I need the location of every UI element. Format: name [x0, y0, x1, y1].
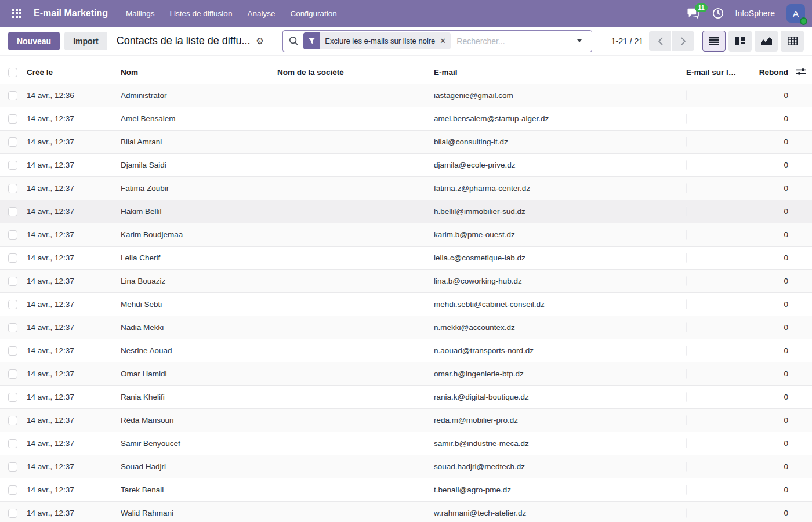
user-menu[interactable]: A — [786, 4, 805, 23]
row-checkbox[interactable] — [8, 91, 17, 100]
row-checkbox[interactable] — [8, 184, 17, 193]
filter-facet[interactable]: Exclure les e-mails sur liste noire ✕ — [303, 32, 451, 49]
contact-row[interactable]: 14 avr., 12:36 Administrator iastagenie@… — [0, 84, 812, 107]
row-checkbox[interactable] — [8, 253, 17, 263]
contact-row[interactable]: 14 avr., 12:37 Walid Rahmani w.rahmani@t… — [0, 502, 812, 522]
list-view: Créé le Nom Nom de la société E-mail E-m… — [0, 56, 812, 522]
optional-columns-button[interactable] — [794, 66, 809, 79]
column-header-bounce[interactable]: Rebond — [744, 68, 791, 77]
row-checkbox[interactable] — [8, 393, 17, 402]
remove-filter-button[interactable]: ✕ — [440, 37, 451, 45]
app-name[interactable]: E-mail Marketing — [34, 8, 108, 19]
column-header-blacklist[interactable]: E-mail sur list... — [686, 68, 744, 77]
blacklist-checkbox[interactable] — [686, 392, 687, 402]
nav-menu-item[interactable]: Listes de diffusion — [164, 5, 239, 23]
row-checkbox[interactable] — [8, 230, 17, 240]
blacklist-checkbox[interactable] — [686, 415, 687, 425]
cell-name: Bilal Amrani — [121, 137, 277, 146]
blacklist-checkbox[interactable] — [686, 230, 687, 240]
contact-row[interactable]: 14 avr., 12:37 Samir Benyoucef samir.b@i… — [0, 432, 812, 455]
row-checkbox[interactable] — [8, 416, 17, 425]
blacklist-checkbox[interactable] — [686, 90, 687, 100]
blacklist-checkbox[interactable] — [686, 508, 687, 518]
blacklist-checkbox[interactable] — [686, 276, 687, 286]
apps-menu-button[interactable] — [7, 3, 27, 23]
contact-row[interactable]: 14 avr., 12:37 Hakim Bellil h.bellil@imm… — [0, 200, 812, 223]
blacklist-checkbox[interactable] — [686, 160, 687, 170]
list-view-button[interactable] — [702, 31, 726, 52]
column-header-company[interactable]: Nom de la société — [277, 68, 434, 77]
import-button[interactable]: Import — [64, 32, 107, 50]
contact-row[interactable]: 14 avr., 12:37 Fatima Zoubir fatima.z@ph… — [0, 177, 812, 200]
contact-row[interactable]: 14 avr., 12:37 Karim Boudjemaa karim.b@p… — [0, 223, 812, 246]
contact-row[interactable]: 14 avr., 12:37 Omar Hamidi omar.h@ingeni… — [0, 362, 812, 386]
contact-row[interactable]: 14 avr., 12:37 Réda Mansouri reda.m@mobi… — [0, 409, 812, 432]
pager-next-button[interactable] — [672, 31, 694, 51]
column-header-email[interactable]: E-mail — [434, 68, 686, 77]
cell-email: iastagenie@gmail.com — [434, 91, 686, 100]
contact-row[interactable]: 14 avr., 12:37 Bilal Amrani bilal@consul… — [0, 130, 812, 154]
cell-bounce: 0 — [744, 439, 791, 448]
blacklist-checkbox[interactable] — [686, 206, 687, 216]
row-checkbox[interactable] — [8, 114, 17, 124]
cell-bounce: 0 — [744, 230, 791, 239]
blacklist-checkbox[interactable] — [686, 253, 687, 263]
blacklist-checkbox[interactable] — [686, 438, 687, 448]
contact-row[interactable]: 14 avr., 12:37 Nesrine Aouad n.aouad@tra… — [0, 339, 812, 362]
cell-bounce: 0 — [744, 346, 791, 355]
actions-gear-button[interactable]: ⚙ — [256, 36, 264, 46]
contact-row[interactable]: 14 avr., 12:37 Tarek Benali t.benali@agr… — [0, 478, 812, 502]
row-checkbox[interactable] — [8, 509, 17, 518]
row-checkbox[interactable] — [8, 439, 17, 448]
row-checkbox[interactable] — [8, 207, 17, 216]
blacklist-checkbox[interactable] — [686, 183, 687, 193]
table-header-row: Créé le Nom Nom de la société E-mail E-m… — [0, 61, 812, 84]
contact-row[interactable]: 14 avr., 12:37 Souad Hadjri souad.hadjri… — [0, 455, 812, 478]
contact-row[interactable]: 14 avr., 12:37 Mehdi Sebti mehdi.sebti@c… — [0, 293, 812, 316]
company-name[interactable]: InfoSphere — [735, 9, 775, 18]
row-checkbox[interactable] — [8, 300, 17, 309]
kanban-view-button[interactable] — [728, 31, 752, 52]
row-checkbox[interactable] — [8, 137, 17, 147]
nav-menu-item[interactable]: Analyse — [241, 5, 281, 23]
row-checkbox[interactable] — [8, 161, 17, 170]
contact-row[interactable]: 14 avr., 12:37 Leila Cherif leila.c@cosm… — [0, 246, 812, 270]
new-button[interactable]: Nouveau — [8, 32, 60, 50]
column-header-name[interactable]: Nom — [121, 68, 277, 77]
contact-row[interactable]: 14 avr., 12:37 Amel Bensalem amel.bensal… — [0, 107, 812, 130]
control-panel-right: 1-21 / 21 — [611, 31, 804, 52]
activities-button[interactable] — [709, 4, 727, 23]
row-checkbox[interactable] — [8, 346, 17, 356]
search-dropdown-toggle[interactable] — [570, 31, 589, 51]
pager-previous-button[interactable] — [649, 31, 671, 51]
search-bar[interactable]: Exclure les e-mails sur liste noire ✕ — [282, 30, 592, 52]
row-checkbox[interactable] — [8, 323, 17, 332]
nav-menu-item[interactable]: Mailings — [119, 5, 161, 23]
blacklist-checkbox[interactable] — [686, 462, 687, 472]
messages-button[interactable]: 11 — [683, 5, 703, 23]
contact-row[interactable]: 14 avr., 12:37 Lina Bouaziz lina.b@cowor… — [0, 270, 812, 293]
blacklist-checkbox[interactable] — [686, 485, 687, 495]
row-checkbox[interactable] — [8, 485, 17, 495]
blacklist-checkbox[interactable] — [686, 346, 687, 356]
blacklist-checkbox[interactable] — [686, 369, 687, 379]
blacklist-checkbox[interactable] — [686, 322, 687, 332]
select-all-checkbox[interactable] — [8, 68, 17, 77]
blacklist-checkbox[interactable] — [686, 114, 687, 124]
blacklist-checkbox[interactable] — [686, 137, 687, 147]
row-checkbox[interactable] — [8, 369, 17, 379]
nav-menu-item[interactable]: Configuration — [284, 5, 343, 23]
graph-view-button[interactable] — [755, 31, 778, 52]
cell-bounce: 0 — [744, 137, 791, 146]
search-input[interactable] — [451, 37, 570, 46]
pivot-view-button[interactable] — [781, 31, 804, 52]
cell-email: n.aouad@transports-nord.dz — [434, 346, 686, 355]
contact-row[interactable]: 14 avr., 12:37 Djamila Saidi djamila@eco… — [0, 154, 812, 177]
contact-row[interactable]: 14 avr., 12:37 Rania Khelifi rania.k@dig… — [0, 386, 812, 409]
contact-row[interactable]: 14 avr., 12:37 Nadia Mekki n.mekki@accou… — [0, 316, 812, 339]
column-header-created[interactable]: Créé le — [27, 68, 121, 77]
row-checkbox[interactable] — [8, 462, 17, 472]
row-checkbox[interactable] — [8, 277, 17, 286]
blacklist-checkbox[interactable] — [686, 299, 687, 309]
cell-created-date: 14 avr., 12:37 — [27, 462, 121, 471]
